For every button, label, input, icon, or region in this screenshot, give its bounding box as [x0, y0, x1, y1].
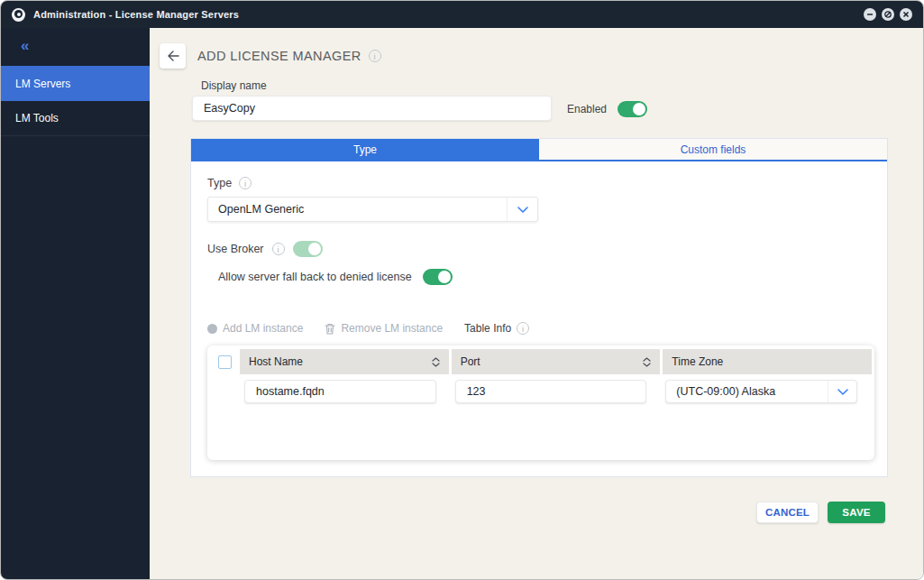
type-label-row: Type [207, 177, 871, 189]
time-zone-select[interactable]: (UTC-09:00) Alaska [665, 380, 857, 403]
time-zone-value: (UTC-09:00) Alaska [666, 381, 828, 402]
select-all-checkbox[interactable] [218, 355, 232, 369]
use-broker-toggle[interactable] [293, 241, 323, 257]
minimize-icon[interactable] [864, 8, 876, 21]
table-toolbar: Add LM instance Remove LM instance Table… [207, 322, 871, 335]
time-zone-cell: (UTC-09:00) Alaska [661, 380, 872, 403]
table-header: Host Name Port [210, 349, 872, 374]
trash-icon [325, 323, 335, 335]
column-header-host-name[interactable]: Host Name [240, 349, 449, 374]
add-lm-instance-button[interactable]: Add LM instance [207, 322, 303, 335]
toggle-knob [633, 103, 645, 115]
sort-icon[interactable] [432, 357, 440, 367]
select-all-cell [210, 349, 240, 374]
column-header-port[interactable]: Port [452, 349, 661, 374]
column-header-time-zone[interactable]: Time Zone [663, 349, 872, 374]
info-icon[interactable] [272, 243, 285, 255]
cancel-button[interactable]: CANCEL [756, 502, 819, 523]
chevron-down-icon [507, 198, 537, 221]
fallback-row: Allow server fall back to denied license [218, 269, 871, 285]
sidebar-item-label: LM Tools [15, 112, 59, 124]
titlebar: Administration - License Manager Servers [1, 1, 923, 28]
tab-type[interactable]: Type [191, 139, 539, 160]
port-input[interactable] [455, 380, 647, 403]
window-title: Administration - License Manager Servers [33, 9, 239, 20]
sidebar-item-lm-tools[interactable]: LM Tools [1, 101, 150, 136]
fallback-label: Allow server fall back to denied license [218, 271, 412, 283]
info-icon[interactable] [369, 50, 381, 62]
app-window: Administration - License Manager Servers… [0, 0, 924, 580]
tab-custom-fields[interactable]: Custom fields [539, 139, 887, 160]
back-button[interactable] [160, 43, 186, 69]
lm-instances-table: Host Name Port [207, 345, 874, 460]
use-broker-row: Use Broker [207, 241, 871, 257]
port-cell [451, 380, 662, 403]
maximize-icon[interactable] [882, 8, 894, 21]
close-icon[interactable] [900, 8, 912, 21]
add-icon [207, 324, 217, 334]
info-icon[interactable] [239, 177, 252, 189]
type-label: Type [207, 177, 232, 189]
toggle-knob [308, 243, 321, 255]
host-name-input[interactable] [244, 380, 436, 403]
type-select-value: OpenLM Generic [208, 198, 507, 221]
display-name-input[interactable] [192, 96, 552, 121]
tab-bar: Type Custom fields [191, 139, 887, 161]
app-logo-icon [12, 8, 25, 22]
row-gutter [210, 380, 240, 403]
window-controls [864, 8, 912, 21]
tab-panel-content: Type OpenLM Generic Use Broker [191, 161, 887, 460]
remove-lm-instance-button[interactable]: Remove LM instance [325, 322, 443, 335]
type-select[interactable]: OpenLM Generic [207, 197, 538, 222]
sort-icon[interactable] [643, 357, 651, 367]
sidebar-item-label: LM Servers [15, 78, 70, 90]
collapse-sidebar-icon[interactable]: « [1, 28, 150, 66]
save-button[interactable]: SAVE [828, 502, 885, 523]
enabled-label: Enabled [567, 103, 607, 115]
toggle-knob [438, 271, 451, 283]
form-panel: Type Custom fields Type OpenLM Generic [190, 138, 888, 477]
table-info-button[interactable]: Table Info [464, 322, 529, 335]
table-row: (UTC-09:00) Alaska [210, 380, 872, 403]
sidebar: « LM Servers LM Tools [1, 28, 150, 579]
host-name-cell [240, 380, 451, 403]
fallback-toggle[interactable] [423, 269, 453, 285]
sidebar-item-lm-servers[interactable]: LM Servers [1, 66, 150, 101]
chevron-down-icon [828, 381, 856, 402]
enabled-toggle[interactable] [618, 101, 647, 117]
main-content: ADD LICENSE MANAGER Display name Enabled… [150, 28, 923, 579]
page-title: ADD LICENSE MANAGER [197, 49, 381, 63]
info-icon [517, 322, 529, 335]
use-broker-label: Use Broker [207, 243, 264, 255]
display-name-label: Display name [201, 79, 267, 92]
arrow-left-icon [167, 51, 179, 61]
